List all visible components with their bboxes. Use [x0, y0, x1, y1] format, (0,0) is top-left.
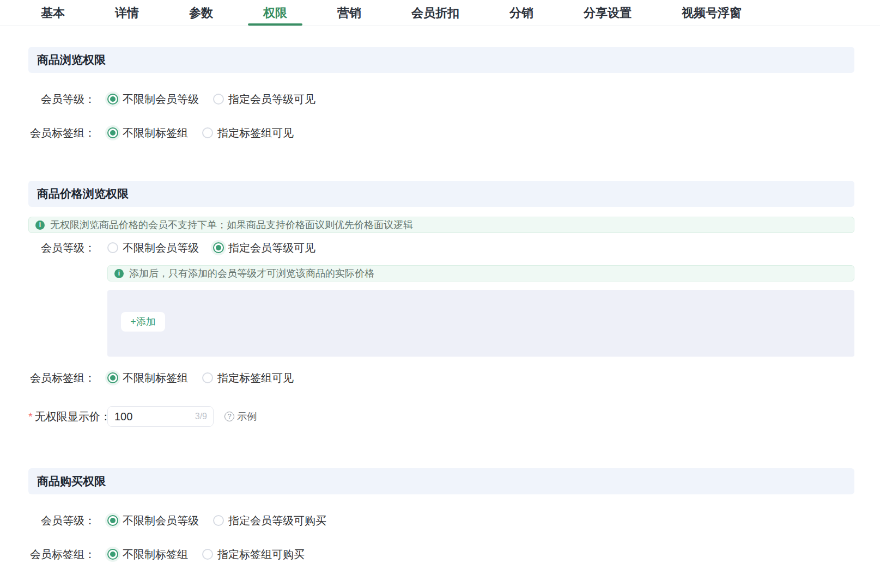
radio-circle-icon	[107, 515, 118, 526]
member-level-add-panel: +添加	[107, 290, 854, 357]
add-member-level-button[interactable]: +添加	[121, 312, 165, 332]
tab-detail[interactable]: 详情	[115, 0, 139, 26]
price-level-radio-group: 不限制会员等级 指定会员等级可见	[107, 241, 315, 255]
radio-circle-icon	[202, 127, 213, 138]
radio-browse-tag-unrestricted[interactable]: 不限制标签组	[107, 126, 188, 140]
price-member-level-row: 会员等级： 不限制会员等级 指定会员等级可见	[28, 240, 854, 255]
purchase-member-level-row: 会员等级： 不限制会员等级 指定会员等级可购买	[28, 513, 854, 528]
member-tag-label: 会员标签组：	[28, 126, 95, 140]
radio-circle-icon	[107, 94, 118, 105]
purchase-member-tag-row: 会员标签组： 不限制标签组 指定标签组可购买	[28, 547, 854, 562]
alert-text: 无权限浏览商品价格的会员不支持下单；如果商品支持价格面议则优先价格面议逻辑	[50, 218, 413, 231]
member-level-label: 会员等级：	[28, 513, 95, 528]
price-member-tag-row: 会员标签组： 不限制标签组 指定标签组可见	[28, 370, 854, 385]
radio-circle-icon	[107, 242, 118, 253]
price-level-nested-alert: i 添加后，只有添加的会员等级才可浏览该商品的实际价格	[107, 265, 854, 281]
radio-circle-icon	[107, 127, 118, 138]
member-level-label: 会员等级：	[28, 92, 95, 107]
purchase-tag-radio-group: 不限制标签组 指定标签组可购买	[107, 547, 305, 562]
section-header-price-permission: 商品价格浏览权限	[28, 181, 854, 207]
radio-circle-icon	[107, 549, 118, 560]
tab-basic[interactable]: 基本	[41, 0, 65, 26]
tab-params[interactable]: 参数	[189, 0, 213, 26]
member-tag-label: 会员标签组：	[28, 547, 95, 562]
tab-share-settings[interactable]: 分享设置	[584, 0, 632, 26]
info-icon: i	[35, 220, 45, 230]
tab-distribution[interactable]: 分销	[509, 0, 533, 26]
tab-bar: 基本 详情 参数 权限 营销 会员折扣 分销 分享设置 视频号浮窗	[0, 0, 880, 26]
radio-purchase-level-specified[interactable]: 指定会员等级可购买	[213, 513, 326, 528]
browse-member-tag-row: 会员标签组： 不限制标签组 指定标签组可见	[28, 125, 854, 140]
example-label: 示例	[237, 410, 257, 423]
member-tag-label: 会员标签组：	[28, 371, 95, 385]
section-header-purchase-permission: 商品购买权限	[28, 468, 854, 494]
radio-circle-icon	[213, 242, 224, 253]
radio-price-level-unrestricted[interactable]: 不限制会员等级	[107, 241, 199, 255]
char-counter: 3/9	[195, 412, 207, 421]
radio-circle-icon	[202, 372, 213, 383]
radio-price-tag-unrestricted[interactable]: 不限制标签组	[107, 371, 188, 385]
display-price-label: *无权限显示价：	[28, 409, 95, 424]
radio-circle-icon	[107, 372, 118, 383]
radio-browse-tag-specified[interactable]: 指定标签组可见	[202, 126, 294, 140]
member-level-label: 会员等级：	[28, 241, 95, 255]
radio-circle-icon	[213, 94, 224, 105]
radio-purchase-tag-unrestricted[interactable]: 不限制标签组	[107, 547, 188, 562]
purchase-level-radio-group: 不限制会员等级 指定会员等级可购买	[107, 513, 326, 528]
permission-panel: 商品浏览权限 会员等级： 不限制会员等级 指定会员等级可见 会员标签组： 不限制…	[0, 47, 880, 562]
tab-marketing[interactable]: 营销	[337, 0, 361, 26]
radio-purchase-tag-specified[interactable]: 指定标签组可购买	[202, 547, 305, 562]
question-circle-icon: ?	[224, 412, 234, 421]
browse-tag-radio-group: 不限制标签组 指定标签组可见	[107, 126, 294, 140]
alert-text: 添加后，只有添加的会员等级才可浏览该商品的实际价格	[129, 267, 374, 280]
required-asterisk: *	[28, 411, 33, 422]
radio-circle-icon	[213, 515, 224, 526]
radio-circle-icon	[202, 549, 213, 560]
browse-level-radio-group: 不限制会员等级 指定会员等级可见	[107, 92, 315, 107]
price-tag-radio-group: 不限制标签组 指定标签组可见	[107, 371, 294, 385]
tab-video-float[interactable]: 视频号浮窗	[682, 0, 742, 26]
no-permission-display-price-row: *无权限显示价： 3/9 ? 示例	[28, 406, 854, 427]
info-icon: i	[114, 269, 124, 278]
example-help-link[interactable]: ? 示例	[224, 410, 257, 423]
section-header-browse-permission: 商品浏览权限	[28, 47, 854, 73]
price-permission-alert: i 无权限浏览商品价格的会员不支持下单；如果商品支持价格面议则优先价格面议逻辑	[28, 217, 854, 233]
tab-member-discount[interactable]: 会员折扣	[411, 0, 459, 26]
display-price-input-wrap: 3/9	[107, 406, 214, 427]
tab-permission[interactable]: 权限	[263, 0, 287, 26]
radio-purchase-level-unrestricted[interactable]: 不限制会员等级	[107, 513, 199, 528]
radio-price-tag-specified[interactable]: 指定标签组可见	[202, 371, 294, 385]
radio-price-level-specified[interactable]: 指定会员等级可见	[213, 241, 315, 255]
browse-member-level-row: 会员等级： 不限制会员等级 指定会员等级可见	[28, 91, 854, 107]
radio-browse-level-unrestricted[interactable]: 不限制会员等级	[107, 92, 199, 107]
radio-browse-level-specified[interactable]: 指定会员等级可见	[213, 92, 315, 107]
